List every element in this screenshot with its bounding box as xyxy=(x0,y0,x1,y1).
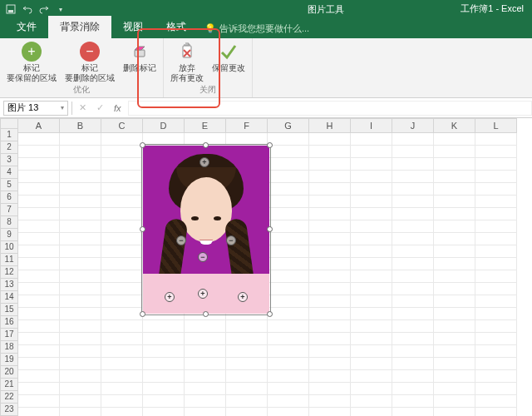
worksheet: 1234567891011121314151617181920212223 AB… xyxy=(0,118,532,416)
group-close: 放弃 所有更改 保留更改 关闭 xyxy=(164,38,253,97)
keep-changes-button[interactable]: 保留更改 xyxy=(209,40,249,84)
row-header[interactable]: 19 xyxy=(0,354,18,366)
column-header[interactable]: G xyxy=(268,118,309,133)
tell-me[interactable]: 💡 告诉我您想要做什么... xyxy=(204,22,309,38)
app-title: 工作簿1 - Excel xyxy=(461,2,524,15)
row-header[interactable]: 8 xyxy=(0,216,18,229)
tab-file[interactable]: 文件 xyxy=(5,16,48,38)
plus-circle-icon: + xyxy=(22,42,42,62)
svg-rect-2 xyxy=(135,50,145,57)
resize-handle[interactable] xyxy=(203,311,209,317)
ribbon: + 标记 要保留的区域 − 标记 要删除的区域 删除标记 优化 放弃 所有更改 … xyxy=(0,38,532,98)
row-header[interactable]: 23 xyxy=(0,404,18,416)
delete-mark-button[interactable]: 删除标记 xyxy=(120,40,160,84)
column-header[interactable]: H xyxy=(309,118,351,133)
row-header[interactable]: 1 xyxy=(0,129,18,141)
column-header[interactable]: F xyxy=(226,118,268,133)
svg-rect-1 xyxy=(8,10,13,12)
row-header[interactable]: 3 xyxy=(0,154,18,166)
qat-dropdown-icon[interactable]: ▾ xyxy=(55,3,66,15)
resize-handle[interactable] xyxy=(140,142,145,148)
select-all-corner[interactable] xyxy=(0,118,18,129)
formula-bar-row: 图片 13 ▾ ✕ ✓ fx xyxy=(0,98,532,118)
row-header[interactable]: 5 xyxy=(0,179,18,191)
row-header[interactable]: 6 xyxy=(0,191,18,204)
row-header[interactable]: 10 xyxy=(0,241,18,254)
inserted-picture[interactable]: + − − − + + + xyxy=(143,146,269,314)
redo-icon[interactable] xyxy=(38,3,50,15)
column-header[interactable]: I xyxy=(351,118,392,133)
group-close-label: 关闭 xyxy=(200,84,216,97)
resize-handle[interactable] xyxy=(267,142,273,148)
row-header[interactable]: 22 xyxy=(0,391,18,404)
chevron-down-icon[interactable]: ▾ xyxy=(61,104,64,111)
eraser-icon xyxy=(130,42,150,62)
cancel-formula-icon[interactable]: ✕ xyxy=(76,102,90,113)
resize-handle[interactable] xyxy=(140,226,145,232)
context-tab-label: 图片工具 xyxy=(308,4,344,14)
row-header[interactable]: 4 xyxy=(0,166,18,179)
fx-icon[interactable]: fx xyxy=(111,103,125,113)
column-header[interactable]: J xyxy=(392,118,434,133)
discard-icon xyxy=(177,42,197,62)
undo-icon[interactable] xyxy=(22,3,33,15)
checkmark-icon xyxy=(219,42,239,62)
mark-remove-button[interactable]: − 标记 要删除的区域 xyxy=(62,40,118,84)
row-header[interactable]: 18 xyxy=(0,341,18,354)
column-header[interactable]: C xyxy=(101,118,143,133)
column-header[interactable]: D xyxy=(143,118,185,133)
resize-handle[interactable] xyxy=(203,142,209,148)
row-header[interactable]: 21 xyxy=(0,379,18,391)
column-headers: ABCDEFGHIJKL xyxy=(18,118,532,133)
cell-grid[interactable]: + − − − + + + xyxy=(18,133,532,416)
save-icon[interactable] xyxy=(5,3,17,15)
tab-format[interactable]: 格式 xyxy=(155,16,198,38)
row-header[interactable]: 2 xyxy=(0,141,18,154)
column-header[interactable]: L xyxy=(475,118,517,133)
row-headers: 1234567891011121314151617181920212223 xyxy=(0,118,18,416)
mark-keep-button[interactable]: + 标记 要保留的区域 xyxy=(3,40,60,84)
ribbon-tabs: 文件 背景消除 视图 格式 💡 告诉我您想要做什么... xyxy=(0,18,532,38)
group-refine-label: 优化 xyxy=(73,84,90,97)
resize-handle[interactable] xyxy=(267,311,273,317)
tab-bg-remove[interactable]: 背景消除 xyxy=(48,16,111,38)
row-header[interactable]: 7 xyxy=(0,204,18,216)
column-header[interactable]: E xyxy=(185,118,226,133)
row-header[interactable]: 15 xyxy=(0,304,18,316)
row-header[interactable]: 14 xyxy=(0,291,18,304)
minus-circle-icon: − xyxy=(80,42,100,62)
formula-bar[interactable] xyxy=(128,101,532,116)
row-header[interactable]: 12 xyxy=(0,266,18,279)
group-refine: + 标记 要保留的区域 − 标记 要删除的区域 删除标记 优化 xyxy=(0,38,164,97)
row-header[interactable]: 17 xyxy=(0,329,18,341)
bulb-icon: 💡 xyxy=(204,23,216,34)
quick-access-toolbar: ▾ xyxy=(5,3,66,15)
row-header[interactable]: 13 xyxy=(0,279,18,291)
selection-outline xyxy=(141,144,271,315)
enter-formula-icon[interactable]: ✓ xyxy=(93,102,107,113)
column-header[interactable]: B xyxy=(60,118,101,133)
resize-handle[interactable] xyxy=(267,226,273,232)
column-header[interactable]: A xyxy=(18,118,60,133)
discard-changes-button[interactable]: 放弃 所有更改 xyxy=(167,40,207,84)
resize-handle[interactable] xyxy=(140,311,145,317)
row-header[interactable]: 20 xyxy=(0,366,18,379)
tab-view[interactable]: 视图 xyxy=(111,16,155,38)
row-header[interactable]: 9 xyxy=(0,229,18,241)
row-header[interactable]: 11 xyxy=(0,254,18,266)
row-header[interactable]: 16 xyxy=(0,316,18,329)
column-header[interactable]: K xyxy=(434,118,475,133)
name-box[interactable]: 图片 13 ▾ xyxy=(3,101,68,116)
